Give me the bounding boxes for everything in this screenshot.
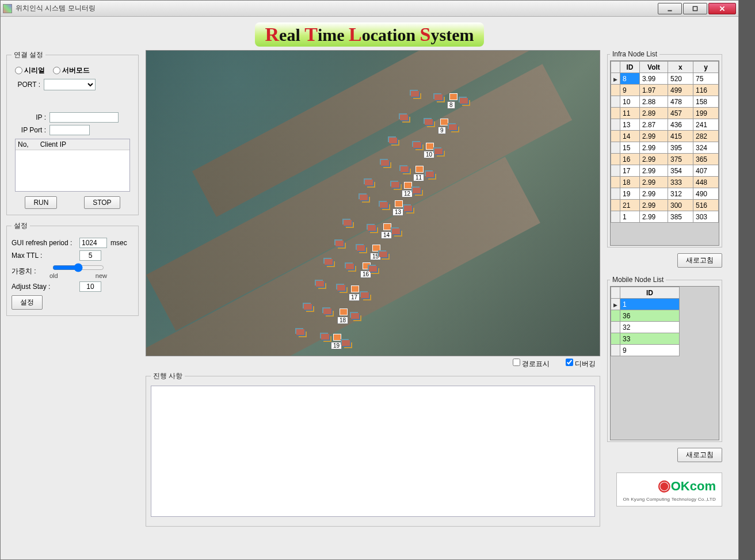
minimize-button[interactable]	[658, 3, 682, 14]
app-icon	[3, 4, 12, 13]
node-marker[interactable]	[395, 200, 403, 207]
ip-label: IP :	[12, 113, 46, 121]
table-row[interactable]: 36	[611, 310, 680, 322]
gui-refresh-input[interactable]	[79, 238, 107, 248]
table-row[interactable]: 182.99333448	[611, 177, 719, 188]
client-col-no: No,	[18, 140, 29, 148]
route-checkbox[interactable]: 경로표시	[513, 360, 550, 368]
map-view[interactable]: 8910111213141516171819	[146, 50, 600, 356]
debug-checkbox[interactable]: 디버깅	[566, 360, 596, 368]
maximize-button[interactable]	[683, 3, 707, 14]
table-row[interactable]: 152.99395324	[611, 142, 719, 154]
vendor-logo: ◉OKcom Oh Kyung Computing Technology Co.…	[607, 473, 722, 506]
mobile-refresh-button[interactable]: 새로고침	[677, 448, 722, 462]
settings-panel: 설정 GUI refresh period : msec Max TTL : 가…	[6, 221, 139, 316]
content-area: Real Time Location System 연결 설정 시리얼 서버모드…	[1, 17, 738, 559]
node-label: 14	[381, 231, 392, 239]
left-column: 연결 설정 시리얼 서버모드 PORT : IP : IP Port :	[6, 50, 139, 322]
slider-new-label: new	[96, 272, 107, 279]
node-label: 13	[392, 208, 403, 216]
node-label: 10	[424, 151, 434, 158]
node-label: 18	[337, 317, 348, 324]
node-marker[interactable]	[372, 245, 380, 252]
weight-label: 가중치 :	[12, 266, 46, 276]
node-marker[interactable]	[440, 119, 448, 125]
node-marker[interactable]	[449, 93, 457, 100]
svg-rect-1	[693, 6, 697, 10]
progress-log[interactable]	[151, 386, 595, 517]
titlebar[interactable]: 위치인식 시스템 모니터링	[1, 1, 738, 17]
ip-input[interactable]	[49, 112, 119, 123]
connection-panel: 연결 설정 시리얼 서버모드 PORT : IP : IP Port :	[6, 50, 139, 215]
table-row[interactable]: 212.99300516	[611, 200, 719, 211]
node-label: 19	[331, 342, 342, 349]
infra-legend: Infra Node List	[610, 50, 659, 58]
node-label: 12	[402, 190, 413, 197]
table-row[interactable]: 132.87436241	[611, 119, 719, 131]
client-col-ip: Client IP	[40, 140, 66, 148]
infra-col-y: y	[693, 62, 718, 73]
center-column: 8910111213141516171819 경로표시 디버깅 진행 사항	[146, 50, 600, 532]
mobile-table[interactable]: ID 13632339	[611, 287, 680, 356]
table-row[interactable]: 12.99385303	[611, 211, 719, 223]
node-marker[interactable]	[383, 223, 391, 230]
node-marker[interactable]	[333, 334, 341, 341]
max-ttl-input[interactable]	[79, 250, 101, 261]
table-row[interactable]: 192.99312490	[611, 188, 719, 200]
table-row[interactable]: 9	[611, 345, 680, 356]
node-marker[interactable]	[404, 182, 412, 189]
table-row[interactable]: 172.99354407	[611, 165, 719, 177]
node-marker[interactable]	[426, 143, 434, 150]
infra-table[interactable]: ID Volt x y 83.995207591.97499116102.884…	[611, 61, 719, 223]
gui-refresh-unit: msec	[110, 239, 127, 247]
mobile-col-id: ID	[620, 287, 680, 299]
port-label: PORT :	[12, 81, 40, 89]
max-ttl-label: Max TTL :	[12, 252, 76, 260]
table-row[interactable]: 112.89457199	[611, 108, 719, 119]
node-label: 17	[349, 294, 360, 301]
gui-refresh-label: GUI refresh period :	[12, 239, 76, 247]
node-label: 8	[447, 101, 455, 109]
app-banner: Real Time Location System	[6, 22, 733, 47]
port-combo[interactable]	[44, 79, 96, 90]
progress-panel: 진행 사항	[146, 371, 600, 527]
radio-serial[interactable]: 시리얼	[15, 66, 45, 75]
window-title: 위치인식 시스템 모니터링	[16, 3, 96, 13]
table-row[interactable]: 142.99415282	[611, 131, 719, 142]
node-marker[interactable]	[351, 285, 359, 292]
table-row[interactable]: 83.9952075	[611, 73, 719, 85]
ip-port-input[interactable]	[49, 125, 90, 135]
slider-old-label: old	[49, 272, 58, 279]
weight-slider[interactable]	[52, 263, 104, 272]
node-marker[interactable]	[415, 166, 424, 173]
infra-col-id: ID	[620, 62, 640, 73]
infra-col-volt: Volt	[639, 62, 668, 73]
adjust-stay-input[interactable]	[79, 281, 101, 292]
table-row[interactable]: 32	[611, 322, 680, 333]
close-button[interactable]	[708, 3, 736, 14]
run-button[interactable]: RUN	[25, 196, 57, 209]
right-column: Infra Node List ID Volt x y 83.995207591…	[607, 50, 722, 506]
settings-legend: 설정	[12, 221, 30, 231]
table-row[interactable]: 91.97499116	[611, 85, 719, 96]
infra-col-x: x	[668, 62, 693, 73]
radio-server[interactable]: 서버모드	[53, 66, 90, 75]
ip-port-label: IP Port :	[12, 126, 46, 134]
connection-legend: 연결 설정	[12, 50, 45, 60]
table-row[interactable]: 162.99375365	[611, 154, 719, 165]
table-row[interactable]: 1	[611, 299, 680, 310]
progress-legend: 진행 사항	[151, 371, 185, 381]
apply-settings-button[interactable]: 설정	[12, 295, 43, 310]
table-row[interactable]: 33	[611, 333, 680, 345]
node-marker[interactable]	[340, 308, 348, 315]
stop-button[interactable]: STOP	[84, 196, 120, 209]
mobile-panel: Mobile Node List ID 13632339	[607, 276, 722, 442]
infra-panel: Infra Node List ID Volt x y 83.995207591…	[607, 50, 722, 247]
app-window: 위치인식 시스템 모니터링 Real Time Location System …	[0, 0, 739, 560]
node-label: 11	[413, 174, 424, 181]
node-label: 9	[438, 127, 446, 134]
table-row[interactable]: 102.88478158	[611, 96, 719, 108]
adjust-stay-label: Adjust Stay :	[12, 283, 76, 291]
client-list[interactable]: No, Client IP	[15, 139, 130, 192]
infra-refresh-button[interactable]: 새로고침	[677, 253, 722, 268]
